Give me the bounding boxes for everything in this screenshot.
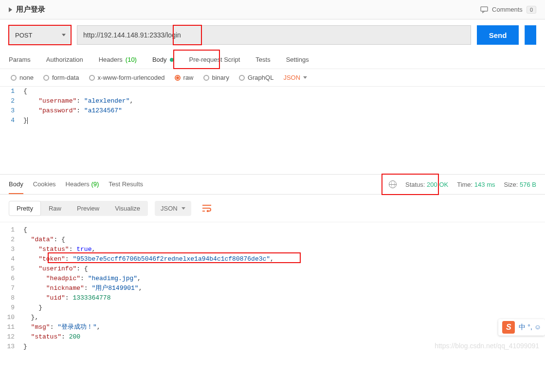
view-mode-group: Pretty Raw Preview Visualize	[9, 201, 148, 216]
response-view-bar: Pretty Raw Preview Visualize JSON	[0, 195, 545, 222]
globe-icon[interactable]	[389, 180, 397, 188]
comments-label: Comments	[492, 6, 523, 13]
http-method-value: POST	[15, 32, 32, 39]
svg-rect-0	[481, 7, 488, 11]
tab-settings[interactable]: Settings	[286, 51, 309, 69]
radio-icon	[89, 75, 95, 81]
send-dropdown[interactable]	[525, 25, 536, 45]
body-type-graphql[interactable]: GraphQL	[239, 74, 273, 81]
radio-icon	[43, 75, 49, 81]
response-meta: Status: 200 OK Time: 143 ms Size: 576 B	[389, 180, 536, 188]
ime-indicator[interactable]: S 中 °, ☺	[498, 319, 545, 336]
ime-text: 中 °, ☺	[519, 323, 541, 332]
tab-headers-label: Headers	[99, 56, 123, 63]
send-button[interactable]: Send	[477, 25, 519, 45]
body-modified-dot-icon	[170, 58, 174, 62]
request-title[interactable]: 用户登录	[9, 5, 45, 14]
sogou-icon: S	[502, 321, 515, 334]
radio-icon	[203, 75, 209, 81]
collapse-icon	[9, 7, 12, 12]
tab-authorization[interactable]: Authorization	[46, 51, 83, 69]
request-tabs: Params Authorization Headers (10) Body P…	[0, 51, 545, 69]
body-type-xwww[interactable]: x-www-form-urlencoded	[89, 74, 165, 81]
response-header: Body Cookies Headers (9) Test Results St…	[0, 174, 545, 195]
send-label: Send	[489, 31, 507, 39]
radio-icon	[239, 75, 245, 81]
comments-count: 0	[527, 6, 536, 14]
tab-body[interactable]: Body	[152, 51, 174, 69]
tab-headers[interactable]: Headers (10)	[99, 51, 137, 69]
view-visualize[interactable]: Visualize	[107, 201, 148, 216]
view-preview[interactable]: Preview	[69, 201, 107, 216]
view-pretty[interactable]: Pretty	[9, 201, 41, 216]
body-type-row: none form-data x-www-form-urlencoded raw…	[0, 69, 545, 87]
response-format-select[interactable]: JSON	[155, 201, 191, 216]
watermark: https://blog.csdn.net/qq_41099091	[435, 342, 539, 350]
resp-tab-headers[interactable]: Headers (9)	[66, 175, 99, 194]
http-method-select[interactable]: POST	[9, 25, 71, 45]
tab-body-label: Body	[152, 56, 167, 63]
tab-tests[interactable]: Tests	[255, 51, 270, 69]
tab-headers-count: (10)	[126, 56, 137, 63]
body-type-formdata[interactable]: form-data	[43, 74, 79, 81]
url-value: http://192.144.148.91:2333/login	[83, 31, 181, 39]
body-type-none[interactable]: none	[11, 74, 34, 81]
size-group[interactable]: Size: 576 B	[504, 181, 536, 188]
chevron-down-icon	[303, 76, 307, 79]
resp-tab-cookies[interactable]: Cookies	[33, 175, 56, 194]
url-input[interactable]: http://192.144.148.91:2333/login	[77, 25, 471, 45]
request-title-text: 用户登录	[16, 5, 45, 14]
request-body-editor[interactable]: 1{ 2 "username": "alexlender", 3 "passwo…	[0, 87, 545, 125]
wrap-lines-button[interactable]	[198, 200, 216, 216]
comment-icon	[480, 6, 488, 14]
request-header-bar: 用户登录 Comments 0	[0, 0, 545, 19]
request-bar: POST http://192.144.148.91:2333/login Se…	[0, 19, 545, 51]
comments-button[interactable]: Comments 0	[480, 6, 536, 14]
content-type-select[interactable]: JSON	[283, 74, 307, 81]
content-type-label: JSON	[283, 74, 300, 81]
response-tabs: Body Cookies Headers (9) Test Results	[9, 175, 143, 194]
resp-tab-tests[interactable]: Test Results	[109, 175, 143, 194]
radio-icon	[11, 75, 17, 81]
radio-checked-icon	[175, 75, 181, 81]
body-type-binary[interactable]: binary	[203, 74, 229, 81]
body-type-raw[interactable]: raw	[175, 74, 194, 81]
response-body-viewer[interactable]: 1{ 2 "data": { 3 "status": true, 4 "toke…	[0, 222, 545, 352]
view-raw[interactable]: Raw	[41, 201, 69, 216]
status-group[interactable]: Status: 200 OK	[405, 181, 448, 188]
chevron-down-icon	[182, 207, 185, 210]
tab-params[interactable]: Params	[9, 51, 31, 69]
time-group[interactable]: Time: 143 ms	[457, 181, 495, 188]
tab-prerequest[interactable]: Pre-request Script	[189, 51, 240, 69]
resp-tab-body[interactable]: Body	[9, 175, 23, 194]
